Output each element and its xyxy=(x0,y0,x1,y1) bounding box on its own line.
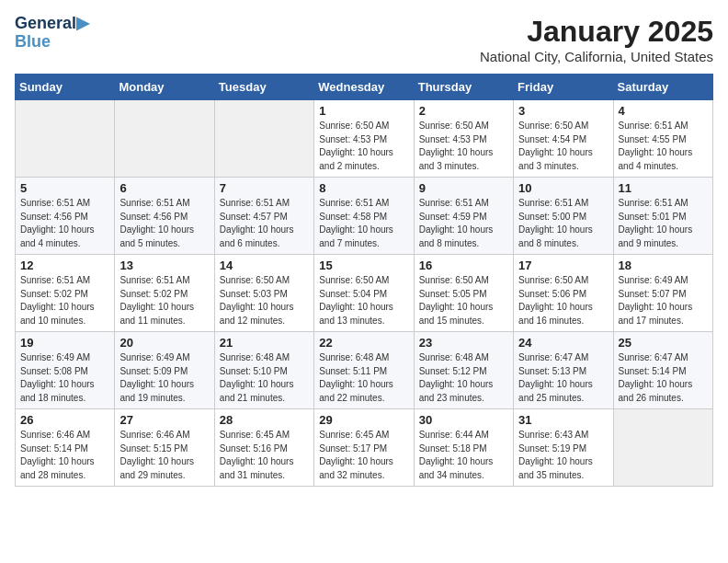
day-number: 7 xyxy=(220,181,309,195)
weekday-header-wednesday: Wednesday xyxy=(314,75,414,100)
day-content: Sunrise: 6:51 AM Sunset: 4:56 PM Dayligh… xyxy=(119,197,209,250)
day-content: Sunrise: 6:50 AM Sunset: 5:04 PM Dayligh… xyxy=(319,274,408,327)
weekday-header-monday: Monday xyxy=(115,75,214,100)
day-number: 10 xyxy=(518,181,608,195)
day-number: 6 xyxy=(119,181,209,195)
day-number: 24 xyxy=(518,336,608,350)
calendar-cell: 16Sunrise: 6:50 AM Sunset: 5:05 PM Dayli… xyxy=(414,255,513,332)
day-number: 28 xyxy=(220,413,309,427)
calendar-week-4: 19Sunrise: 6:49 AM Sunset: 5:08 PM Dayli… xyxy=(16,332,713,409)
calendar-cell: 28Sunrise: 6:45 AM Sunset: 5:16 PM Dayli… xyxy=(214,409,313,487)
day-content: Sunrise: 6:47 AM Sunset: 5:14 PM Dayligh… xyxy=(619,351,708,405)
day-number: 11 xyxy=(619,181,708,195)
day-content: Sunrise: 6:51 AM Sunset: 4:59 PM Dayligh… xyxy=(419,197,508,250)
day-content: Sunrise: 6:44 AM Sunset: 5:18 PM Dayligh… xyxy=(419,429,508,482)
calendar-cell: 10Sunrise: 6:51 AM Sunset: 5:00 PM Dayli… xyxy=(514,178,613,255)
day-number: 31 xyxy=(518,413,608,427)
day-content: Sunrise: 6:47 AM Sunset: 5:13 PM Dayligh… xyxy=(518,351,608,405)
calendar-cell xyxy=(613,409,712,487)
calendar-cell: 20Sunrise: 6:49 AM Sunset: 5:09 PM Dayli… xyxy=(115,332,214,409)
calendar-cell: 26Sunrise: 6:46 AM Sunset: 5:14 PM Dayli… xyxy=(16,409,115,487)
day-number: 29 xyxy=(319,413,408,427)
calendar-header-row: SundayMondayTuesdayWednesdayThursdayFrid… xyxy=(16,75,713,100)
calendar-cell: 1Sunrise: 6:50 AM Sunset: 4:53 PM Daylig… xyxy=(314,100,414,178)
day-number: 8 xyxy=(319,181,408,195)
location-text: National City, California, United States xyxy=(480,49,713,64)
calendar-week-5: 26Sunrise: 6:46 AM Sunset: 5:14 PM Dayli… xyxy=(16,409,713,487)
day-content: Sunrise: 6:45 AM Sunset: 5:17 PM Dayligh… xyxy=(319,429,408,482)
calendar-table: SundayMondayTuesdayWednesdayThursdayFrid… xyxy=(15,74,713,487)
day-content: Sunrise: 6:51 AM Sunset: 5:01 PM Dayligh… xyxy=(619,197,708,250)
day-content: Sunrise: 6:50 AM Sunset: 5:05 PM Dayligh… xyxy=(419,274,508,327)
day-content: Sunrise: 6:45 AM Sunset: 5:16 PM Dayligh… xyxy=(220,429,309,482)
calendar-cell xyxy=(214,100,313,178)
calendar-cell: 22Sunrise: 6:48 AM Sunset: 5:11 PM Dayli… xyxy=(314,332,414,409)
calendar-cell xyxy=(115,100,214,178)
calendar-cell: 11Sunrise: 6:51 AM Sunset: 5:01 PM Dayli… xyxy=(613,178,712,255)
day-number: 18 xyxy=(619,259,708,272)
day-number: 1 xyxy=(319,104,408,118)
day-number: 23 xyxy=(419,336,508,350)
calendar-cell: 6Sunrise: 6:51 AM Sunset: 4:56 PM Daylig… xyxy=(115,178,214,255)
day-number: 20 xyxy=(119,336,209,350)
day-content: Sunrise: 6:49 AM Sunset: 5:07 PM Dayligh… xyxy=(619,274,708,327)
weekday-header-tuesday: Tuesday xyxy=(214,75,313,100)
calendar-cell xyxy=(16,100,115,178)
day-content: Sunrise: 6:48 AM Sunset: 5:10 PM Dayligh… xyxy=(220,351,309,405)
day-number: 19 xyxy=(20,336,109,350)
calendar-cell: 29Sunrise: 6:45 AM Sunset: 5:17 PM Dayli… xyxy=(314,409,414,487)
day-number: 25 xyxy=(619,336,708,350)
calendar-week-3: 12Sunrise: 6:51 AM Sunset: 5:02 PM Dayli… xyxy=(16,255,713,332)
month-title: January 2025 xyxy=(480,15,713,49)
calendar-cell: 31Sunrise: 6:43 AM Sunset: 5:19 PM Dayli… xyxy=(514,409,613,487)
calendar-cell: 7Sunrise: 6:51 AM Sunset: 4:57 PM Daylig… xyxy=(214,178,313,255)
day-number: 2 xyxy=(419,104,508,118)
calendar-cell: 4Sunrise: 6:51 AM Sunset: 4:55 PM Daylig… xyxy=(613,100,712,178)
calendar-cell: 2Sunrise: 6:50 AM Sunset: 4:53 PM Daylig… xyxy=(414,100,513,178)
title-block: January 2025 National City, California, … xyxy=(480,15,713,64)
day-number: 30 xyxy=(419,413,508,427)
day-number: 22 xyxy=(319,336,408,350)
day-content: Sunrise: 6:51 AM Sunset: 5:02 PM Dayligh… xyxy=(20,274,109,327)
day-content: Sunrise: 6:46 AM Sunset: 5:14 PM Dayligh… xyxy=(20,429,109,482)
page-header: General▶ Blue January 2025 National City… xyxy=(15,15,713,64)
day-content: Sunrise: 6:50 AM Sunset: 4:54 PM Dayligh… xyxy=(518,120,608,173)
calendar-cell: 17Sunrise: 6:50 AM Sunset: 5:06 PM Dayli… xyxy=(514,255,613,332)
day-number: 9 xyxy=(419,181,508,195)
day-content: Sunrise: 6:43 AM Sunset: 5:19 PM Dayligh… xyxy=(518,429,608,482)
day-number: 15 xyxy=(319,259,408,272)
day-content: Sunrise: 6:49 AM Sunset: 5:08 PM Dayligh… xyxy=(20,351,109,405)
calendar-cell: 30Sunrise: 6:44 AM Sunset: 5:18 PM Dayli… xyxy=(414,409,513,487)
day-content: Sunrise: 6:51 AM Sunset: 4:57 PM Dayligh… xyxy=(220,197,309,250)
day-content: Sunrise: 6:51 AM Sunset: 4:58 PM Dayligh… xyxy=(319,197,408,250)
day-content: Sunrise: 6:50 AM Sunset: 5:06 PM Dayligh… xyxy=(518,274,608,327)
day-content: Sunrise: 6:50 AM Sunset: 4:53 PM Dayligh… xyxy=(419,120,508,173)
weekday-header-saturday: Saturday xyxy=(613,75,712,100)
logo-text: General▶ xyxy=(15,14,89,32)
calendar-cell: 12Sunrise: 6:51 AM Sunset: 5:02 PM Dayli… xyxy=(16,255,115,332)
day-number: 26 xyxy=(20,413,109,427)
calendar-cell: 13Sunrise: 6:51 AM Sunset: 5:02 PM Dayli… xyxy=(115,255,214,332)
day-content: Sunrise: 6:48 AM Sunset: 5:11 PM Dayligh… xyxy=(319,351,408,405)
day-content: Sunrise: 6:46 AM Sunset: 5:15 PM Dayligh… xyxy=(119,429,209,482)
calendar-cell: 23Sunrise: 6:48 AM Sunset: 5:12 PM Dayli… xyxy=(414,332,513,409)
day-number: 21 xyxy=(220,336,309,350)
day-number: 4 xyxy=(619,104,708,118)
calendar-week-2: 5Sunrise: 6:51 AM Sunset: 4:56 PM Daylig… xyxy=(16,178,713,255)
day-content: Sunrise: 6:51 AM Sunset: 4:55 PM Dayligh… xyxy=(619,120,708,173)
day-number: 14 xyxy=(220,259,309,272)
weekday-header-thursday: Thursday xyxy=(414,75,513,100)
calendar-cell: 21Sunrise: 6:48 AM Sunset: 5:10 PM Dayli… xyxy=(214,332,313,409)
calendar-cell: 19Sunrise: 6:49 AM Sunset: 5:08 PM Dayli… xyxy=(16,332,115,409)
weekday-header-sunday: Sunday xyxy=(16,75,115,100)
calendar-cell: 14Sunrise: 6:50 AM Sunset: 5:03 PM Dayli… xyxy=(214,255,313,332)
day-content: Sunrise: 6:50 AM Sunset: 5:03 PM Dayligh… xyxy=(220,274,309,327)
day-number: 13 xyxy=(119,259,209,272)
logo: General▶ Blue xyxy=(15,15,89,52)
calendar-cell: 25Sunrise: 6:47 AM Sunset: 5:14 PM Dayli… xyxy=(613,332,712,409)
calendar-cell: 15Sunrise: 6:50 AM Sunset: 5:04 PM Dayli… xyxy=(314,255,414,332)
day-number: 3 xyxy=(518,104,608,118)
calendar-cell: 27Sunrise: 6:46 AM Sunset: 5:15 PM Dayli… xyxy=(115,409,214,487)
day-number: 16 xyxy=(419,259,508,272)
calendar-cell: 8Sunrise: 6:51 AM Sunset: 4:58 PM Daylig… xyxy=(314,178,414,255)
